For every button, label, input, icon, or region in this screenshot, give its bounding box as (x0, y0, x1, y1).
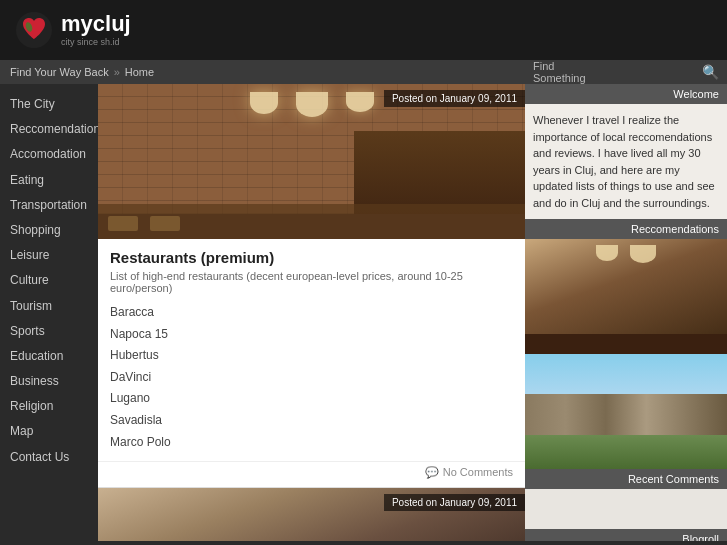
breadcrumb-area: Find Your Way Back » Home (0, 60, 525, 84)
top-bar: Find Your Way Back » Home Find Something… (0, 60, 727, 84)
rec-lamp-1 (596, 245, 618, 261)
rec-bar (525, 334, 727, 354)
rec-lamp-group (596, 245, 656, 263)
sky-layer (525, 354, 727, 400)
lamp-group (250, 92, 374, 117)
post-1-date: Posted on January 09, 2011 (384, 90, 525, 107)
recommendations-widget: Reccomendations (525, 219, 727, 354)
list-item: Savadisla (110, 410, 513, 432)
recent-comments-widget: Recent Comments (525, 469, 727, 529)
lamp-2 (296, 92, 328, 117)
post-1-footer: 💬 No Comments (98, 461, 525, 487)
sidebar-item-education[interactable]: Education (10, 344, 88, 369)
post-card-2: Posted on January 09, 2011 (98, 488, 525, 541)
sidebar-item-transportation[interactable]: Transportation (10, 193, 88, 218)
breadcrumb-home[interactable]: Home (125, 66, 154, 78)
post-2-date: Posted on January 09, 2011 (384, 494, 525, 511)
recent-comments-body (525, 489, 727, 529)
sidebar: The City Reccomendations Accomodation Ea… (0, 84, 98, 541)
find-bar: Find Something 🔍 (525, 60, 727, 84)
sidebar-item-accomodation[interactable]: Accomodation (10, 142, 88, 167)
post-1-title[interactable]: Restaurants (premium) (110, 249, 513, 266)
recent-comments-header: Recent Comments (525, 469, 727, 489)
content-area: Posted on January 09, 2011 Restaurants (… (98, 84, 525, 541)
breadcrumb-find[interactable]: Find Your Way Back (10, 66, 109, 78)
welcome-widget: Welcome Whenever I travel I realize the … (525, 84, 727, 219)
floor (98, 214, 525, 239)
right-sidebar: Welcome Whenever I travel I realize the … (525, 84, 727, 541)
welcome-widget-header: Welcome (525, 84, 727, 104)
site-header: mycluj city since sh.id (0, 0, 727, 60)
logo-text: mycluj city since sh.id (61, 13, 131, 47)
breadcrumb-separator: » (114, 66, 120, 78)
recommendations-widget-image (525, 239, 727, 354)
sidebar-item-the-city[interactable]: The City (10, 92, 88, 117)
search-input[interactable] (616, 66, 696, 78)
sidebar-item-shopping[interactable]: Shopping (10, 218, 88, 243)
ground-layer (525, 435, 727, 470)
list-item: Napoca 15 (110, 324, 513, 346)
sidebar-item-eating[interactable]: Eating (10, 168, 88, 193)
sidebar-item-contact-us[interactable]: Contact Us (10, 445, 88, 470)
post-1-subtitle: List of high-end restaurants (decent eur… (110, 270, 513, 294)
sidebar-item-sports[interactable]: Sports (10, 319, 88, 344)
comment-icon: 💬 (425, 466, 439, 479)
logo-brand: mycluj (61, 13, 131, 35)
logo-heart-icon (15, 11, 53, 49)
sidebar-item-recommendations[interactable]: Reccomendations (10, 117, 88, 142)
sidebar-item-leisure[interactable]: Leisure (10, 243, 88, 268)
list-item: DaVinci (110, 367, 513, 389)
post-1-list: Baracca Napoca 15 Hubertus DaVinci Lugan… (110, 302, 513, 453)
lamp-1 (250, 92, 278, 114)
logo-subtitle: city since sh.id (61, 37, 131, 47)
lamp-3 (346, 92, 374, 112)
city-panorama-image (525, 354, 727, 469)
bar-counter (354, 131, 525, 240)
sidebar-item-tourism[interactable]: Tourism (10, 294, 88, 319)
tables (108, 216, 180, 231)
blogroll-header: Blogroll (525, 529, 727, 541)
main-layout: The City Reccomendations Accomodation Ea… (0, 84, 727, 541)
sidebar-item-religion[interactable]: Religion (10, 394, 88, 419)
post-1-body: Restaurants (premium) List of high-end r… (98, 239, 525, 461)
rec-lamp-2 (630, 245, 656, 263)
blogroll-widget: Blogroll (525, 529, 727, 541)
list-item: Hubertus (110, 345, 513, 367)
sidebar-item-map[interactable]: Map (10, 419, 88, 444)
table-1 (108, 216, 138, 231)
find-label: Find Something (533, 60, 610, 84)
logo-my: my (61, 11, 93, 36)
search-icon[interactable]: 🔍 (702, 64, 719, 80)
sidebar-item-culture[interactable]: Culture (10, 268, 88, 293)
list-item: Lugano (110, 388, 513, 410)
post-image-2: Posted on January 09, 2011 (98, 488, 525, 541)
post-card-1: Posted on January 09, 2011 Restaurants (… (98, 84, 525, 488)
list-item: Baracca (110, 302, 513, 324)
table-2 (150, 216, 180, 231)
list-item: Marco Polo (110, 432, 513, 454)
sidebar-item-business[interactable]: Business (10, 369, 88, 394)
post-1-comments[interactable]: No Comments (443, 466, 513, 479)
logo-area[interactable]: mycluj city since sh.id (15, 11, 131, 49)
buildings-layer (525, 394, 727, 434)
recommendations-widget-header: Reccomendations (525, 219, 727, 239)
logo-cluj: cluj (93, 11, 131, 36)
post-image-1: Posted on January 09, 2011 (98, 84, 525, 239)
welcome-widget-body: Whenever I travel I realize the importan… (525, 104, 727, 219)
